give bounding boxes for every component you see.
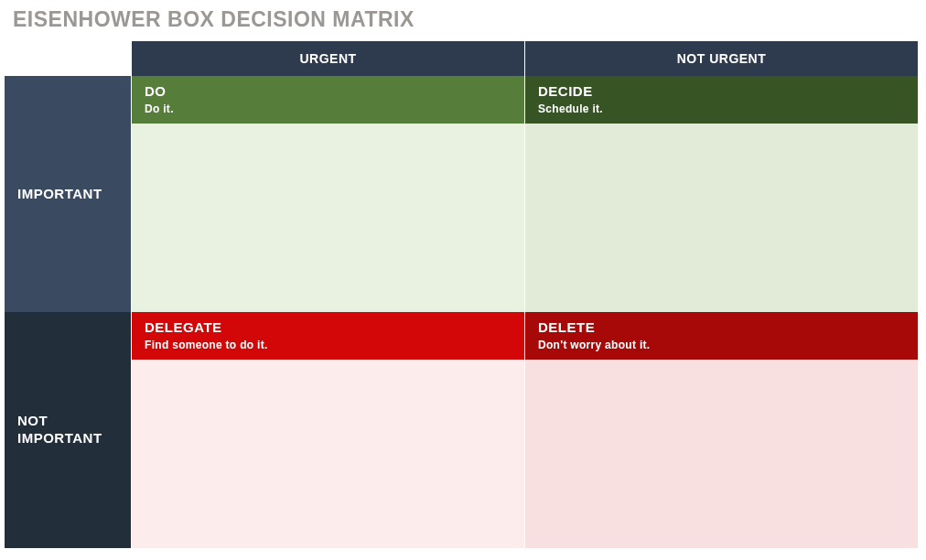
quadrant-do-header: DO Do it. <box>132 76 524 124</box>
quadrant-delete: DELETE Don't worry about it. <box>524 312 918 548</box>
quadrant-delegate: DELEGATE Find someone to do it. <box>131 312 524 548</box>
quadrant-delete-header: DELETE Don't worry about it. <box>525 312 918 360</box>
quadrant-do-title: DO <box>145 83 511 99</box>
quadrant-delegate-title: DELEGATE <box>145 319 511 335</box>
column-header-urgent: URGENT <box>131 41 524 76</box>
quadrant-delete-body <box>525 360 918 548</box>
quadrant-delegate-header: DELEGATE Find someone to do it. <box>132 312 524 360</box>
quadrant-delegate-body <box>132 360 524 548</box>
quadrant-delete-subtitle: Don't worry about it. <box>538 339 905 351</box>
column-header-not-urgent: NOT URGENT <box>524 41 918 76</box>
row-header-important: IMPORTANT <box>5 76 131 312</box>
quadrant-decide-title: DECIDE <box>538 83 905 99</box>
quadrant-decide-body <box>525 124 918 312</box>
quadrant-delegate-subtitle: Find someone to do it. <box>145 339 511 351</box>
page-title: EISENHOWER BOX DECISION MATRIX <box>0 0 926 41</box>
quadrant-decide: DECIDE Schedule it. <box>524 76 918 312</box>
corner-empty <box>5 41 131 76</box>
quadrant-delete-title: DELETE <box>538 319 905 335</box>
quadrant-do-body <box>132 124 524 312</box>
quadrant-decide-header: DECIDE Schedule it. <box>525 76 918 124</box>
quadrant-do: DO Do it. <box>131 76 524 312</box>
row-header-not-important: NOTIMPORTANT <box>5 312 131 548</box>
quadrant-decide-subtitle: Schedule it. <box>538 102 905 115</box>
quadrant-do-subtitle: Do it. <box>145 102 511 115</box>
eisenhower-matrix: URGENT NOT URGENT IMPORTANT DO Do it. DE… <box>5 41 918 548</box>
